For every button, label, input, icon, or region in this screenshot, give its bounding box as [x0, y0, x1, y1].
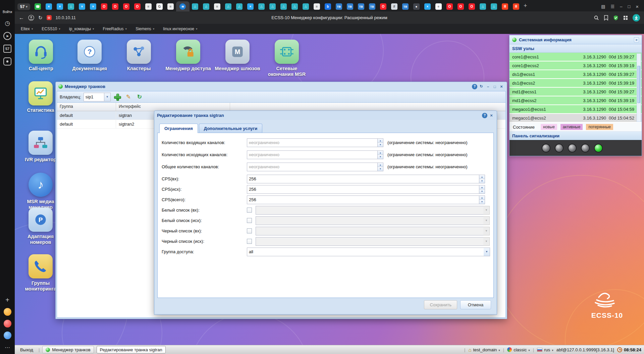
tab-whatsapp[interactable]: ☎	[32, 1, 43, 11]
trunk-window-titlebar[interactable]: Менеджер транков	[57, 82, 506, 91]
tab-yandex[interactable]: Я	[499, 1, 511, 11]
tab-cluster[interactable]: ∴	[234, 1, 245, 11]
tab-opera[interactable]: O	[110, 1, 121, 11]
help-icon[interactable]	[482, 113, 487, 118]
bookmark-item[interactable]: Siemens	[136, 27, 154, 31]
tab-cluster[interactable]: ∴	[278, 1, 289, 11]
spinner-up-icon[interactable]	[378, 163, 383, 167]
edit-trunk-button[interactable]	[124, 93, 133, 101]
blacklist-in-checkbox[interactable]	[247, 228, 252, 233]
spinner-up-icon[interactable]	[479, 196, 485, 200]
tab-opera[interactable]: O	[455, 1, 466, 11]
tab-cluster[interactable]: ∴	[289, 1, 300, 11]
total-channels-input[interactable]	[247, 163, 378, 171]
download-icon[interactable]	[633, 14, 640, 21]
cps-out-input[interactable]	[247, 185, 479, 194]
taskbar-app-edit-trunk[interactable]: Редактирование транка sigtran	[97, 346, 166, 353]
tab-tv[interactable]: тв	[356, 1, 367, 11]
tab-cluster[interactable]: ∴	[477, 1, 488, 11]
dialog-titlebar[interactable]: Редактирование транка sigtran	[155, 111, 496, 120]
profile-avatar[interactable]	[28, 15, 34, 21]
cps-in-input[interactable]	[247, 175, 479, 183]
tab-x[interactable]: ×	[422, 1, 433, 11]
tab-yandex[interactable]: Я	[511, 1, 522, 11]
screenshot-icon[interactable]	[3, 57, 11, 65]
reload-button[interactable]	[38, 15, 43, 21]
help-icon[interactable]	[472, 84, 477, 89]
tab-cluster[interactable]: ∴	[300, 1, 311, 11]
spinner-up-icon[interactable]	[479, 175, 485, 179]
owner-combobox[interactable]	[84, 93, 111, 101]
tab-doc[interactable]: ≡	[433, 1, 444, 11]
ssw-node-row[interactable]: md1@ecss13.16.3.129000d 15:39:27	[509, 88, 642, 96]
tab-x[interactable]: ×	[43, 1, 54, 11]
tab-tv[interactable]: тв	[400, 1, 411, 11]
language-selector[interactable]: rus	[537, 347, 553, 352]
system-info-header[interactable]: Системная информация	[509, 35, 642, 44]
close-icon[interactable]	[499, 84, 504, 89]
tab-b[interactable]: b	[322, 1, 333, 11]
save-button[interactable]: Сохранить	[424, 300, 457, 309]
bookmark-item[interactable]: ip_команды	[69, 27, 94, 31]
chevron-down-icon[interactable]	[104, 93, 111, 101]
tab-dark[interactable]: ●	[411, 1, 422, 11]
tab-qr[interactable]: #	[389, 1, 400, 11]
tab-doc[interactable]: ≡	[165, 1, 176, 11]
bookmark-item[interactable]: Eltex	[21, 27, 33, 31]
owner-combo-input[interactable]	[84, 93, 104, 101]
ssw-node-row[interactable]: ds1@ecss23.16.3.129000d 15:39:19	[509, 79, 642, 88]
tab-doc[interactable]: ≡	[143, 1, 154, 11]
tab-ecss-active[interactable]: ≋	[176, 1, 190, 11]
tab-google[interactable]: G	[154, 1, 165, 11]
panel-collapse-icon[interactable]	[634, 37, 639, 42]
red-app-icon[interactable]	[4, 320, 11, 327]
tab-cluster[interactable]: ∴	[190, 1, 201, 11]
orange-app-icon[interactable]	[4, 308, 11, 316]
tab-x[interactable]: ×	[54, 1, 65, 11]
column-header-group[interactable]: Группа	[57, 103, 116, 111]
logout-button[interactable]: Выход	[17, 347, 36, 353]
minimize-icon[interactable]	[485, 84, 491, 89]
tab-cluster[interactable]: ∴	[201, 1, 212, 11]
spinner-down-icon[interactable]	[479, 189, 485, 193]
tab-opera[interactable]: O	[444, 1, 455, 11]
tab-extra-services[interactable]: Дополнительные услуги	[199, 124, 262, 133]
ssw-node-row[interactable]: core1@ecss23.16.3.129000d 15:39:19	[509, 61, 642, 70]
tab-opera[interactable]: O	[132, 1, 143, 11]
tab-restrictions[interactable]: Ограничения	[159, 124, 198, 133]
tab-doc[interactable]: ≡	[212, 1, 223, 11]
play-icon[interactable]	[3, 32, 11, 40]
ssw-scrollbar[interactable]	[637, 53, 641, 122]
spinner-down-icon[interactable]	[479, 179, 485, 183]
desktop-icon-callcenter[interactable]: Call-центр	[17, 40, 64, 72]
access-group-combobox[interactable]	[247, 248, 490, 256]
spinner-down-icon[interactable]	[479, 200, 485, 204]
more-apps-icon[interactable]	[3, 343, 11, 351]
maximize-icon[interactable]	[492, 84, 497, 89]
tab-tv[interactable]: тв	[367, 1, 378, 11]
ssw-node-row[interactable]: core1@ecss13.16.3.129000d 15:39:27	[509, 53, 642, 61]
window-minimize-icon[interactable]	[620, 4, 622, 9]
whitelist-in-checkbox[interactable]	[247, 208, 252, 213]
tab-doc[interactable]: ≡	[311, 1, 322, 11]
new-tab-button[interactable]	[524, 2, 527, 9]
security-shield-icon[interactable]	[613, 15, 619, 20]
bookmark-item[interactable]: ECSS10	[42, 27, 60, 31]
desktop-icon-msr-endpoints[interactable]: Сетевые окончания MSR	[263, 40, 310, 77]
ssw-node-row[interactable]: megaco1@ecss13.16.3.129000d 15:04:59	[509, 105, 642, 114]
spinner-up-icon[interactable]	[378, 139, 383, 143]
address-url[interactable]: 10.0.10.11	[56, 15, 76, 20]
tab-opera[interactable]: O	[121, 1, 132, 11]
search-icon[interactable]	[594, 15, 599, 20]
cancel-button[interactable]: Отмена	[460, 300, 491, 309]
clock-widget-icon[interactable]	[3, 19, 11, 27]
tab-x[interactable]: ×	[88, 1, 99, 11]
bookmark-icon[interactable]	[604, 15, 608, 20]
window-close-icon[interactable]	[636, 4, 639, 9]
outgoing-channels-input[interactable]	[247, 150, 378, 159]
desktop-icon-clusters[interactable]: Кластеры	[115, 40, 162, 72]
tab-cluster[interactable]: ∴	[65, 1, 76, 11]
tab-cluster[interactable]: ∴	[267, 1, 278, 11]
desktop-icon-gateway-manager[interactable]: M Менеджер шлюзов	[214, 40, 261, 72]
tab-x[interactable]: ×	[245, 1, 256, 11]
